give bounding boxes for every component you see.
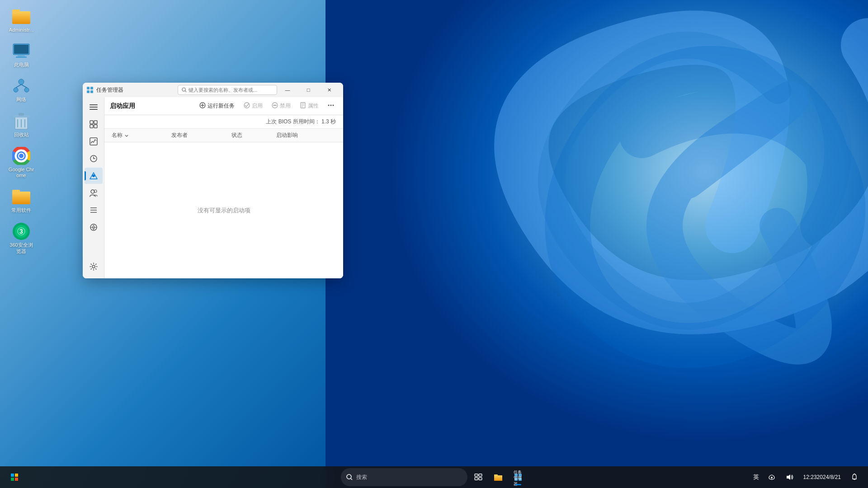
sidebar-item-settings[interactable]: [85, 258, 103, 275]
svg-rect-5: [14, 45, 28, 54]
svg-rect-31: [87, 87, 90, 89]
desktop-icon-this-pc[interactable]: 此电脑: [5, 39, 38, 70]
sidebar-item-users[interactable]: [85, 185, 103, 201]
taskbar-file-explorer-button[interactable]: [489, 468, 507, 486]
sidebar-item-menu[interactable]: [85, 99, 103, 115]
run-new-task-label: 运行新任务: [208, 102, 235, 110]
properties-icon: [300, 102, 306, 110]
svg-rect-43: [94, 125, 97, 128]
volume-tray-button[interactable]: [782, 468, 798, 486]
svg-rect-40: [90, 121, 93, 124]
svg-point-35: [182, 88, 185, 91]
svg-rect-75: [475, 474, 478, 476]
network-tray-button[interactable]: [764, 468, 780, 486]
window-title-area: 任务管理器: [86, 86, 178, 94]
clock-time: 12:23: [803, 474, 817, 481]
notification-button[interactable]: [846, 468, 863, 486]
chrome-icon: [12, 147, 30, 165]
content-area: 上次 BIOS 所用时间： 1.3 秒 名称 发布者: [104, 115, 343, 278]
sidebar-item-startup[interactable]: [85, 168, 103, 184]
col-impact-label: 启动影响: [276, 131, 298, 139]
col-header-name[interactable]: 名称: [112, 131, 171, 139]
svg-line-11: [16, 84, 21, 88]
properties-label: 属性: [308, 102, 319, 110]
run-new-task-button[interactable]: 运行新任务: [196, 100, 238, 112]
col-name-label: 名称: [112, 131, 123, 139]
svg-point-86: [771, 477, 773, 479]
svg-rect-72: [15, 478, 18, 481]
window-titlebar: 任务管理器 — □ ✕: [83, 83, 343, 97]
more-button[interactable]: [324, 100, 338, 112]
close-button[interactable]: ✕: [319, 83, 340, 97]
bios-time-row: 上次 BIOS 所用时间： 1.3 秒: [104, 115, 343, 129]
enable-icon: [244, 102, 250, 110]
desktop-icon-recycle-bin-label: 回收站: [14, 132, 29, 138]
window-body: 启动应用 运行新任务: [83, 97, 343, 278]
sidebar-bottom: [85, 258, 103, 277]
details-icon: [90, 206, 98, 214]
col-header-status[interactable]: 状态: [231, 131, 276, 139]
sidebar-top: [85, 99, 103, 258]
desktop-icon-chrome[interactable]: Google Chrome: [5, 144, 38, 181]
taskbar: 搜索: [0, 466, 868, 488]
desktop-icon-network[interactable]: 网络: [5, 74, 38, 105]
svg-point-89: [854, 474, 855, 474]
taskbar-task-view-button[interactable]: [469, 468, 487, 486]
minimize-button[interactable]: —: [277, 83, 298, 97]
run-icon: [199, 102, 206, 110]
desktop-icon-common-software[interactable]: 常用软件: [5, 185, 38, 216]
desktop-icon-administrator[interactable]: Administr...: [5, 5, 38, 36]
svg-rect-42: [90, 125, 93, 128]
properties-button[interactable]: 属性: [296, 100, 322, 112]
enable-button[interactable]: 启用: [240, 100, 266, 112]
volume-tray-icon: [786, 474, 793, 480]
file-explorer-icon: [494, 473, 503, 481]
clock[interactable]: 12:23 2024/8/21: [800, 468, 844, 486]
bios-time-value: 1.3 秒: [321, 118, 336, 126]
svg-rect-76: [479, 474, 482, 476]
empty-message-text: 没有可显示的启动项: [198, 206, 250, 215]
svg-rect-26: [12, 190, 20, 193]
start-button[interactable]: [5, 468, 24, 486]
taskbar-search-button[interactable]: 搜索: [341, 468, 467, 486]
col-header-impact[interactable]: 启动影响: [276, 131, 336, 139]
services-icon: [90, 223, 98, 231]
sidebar-item-history[interactable]: [85, 150, 103, 167]
sidebar-item-details[interactable]: [85, 202, 103, 218]
col-header-publisher[interactable]: 发布者: [171, 131, 231, 139]
desktop-icon-360browser[interactable]: 3 360安全浏览器: [5, 220, 38, 257]
sidebar-item-performance[interactable]: [85, 133, 103, 150]
network-tray-icon: [768, 474, 775, 480]
desktop-icon-recycle-bin[interactable]: 回收站: [5, 109, 38, 141]
search-input[interactable]: [189, 87, 273, 93]
recycle-bin-icon: [12, 112, 30, 130]
sidebar-item-processes[interactable]: [85, 116, 103, 132]
svg-rect-7: [16, 56, 27, 58]
svg-point-10: [24, 88, 29, 92]
svg-rect-77: [475, 478, 478, 480]
folder-icon: [12, 7, 30, 25]
window-controls: — □ ✕: [277, 83, 340, 97]
svg-rect-3: [12, 9, 20, 13]
taskbar-task-manager-button[interactable]: 任务管理器: [509, 468, 527, 486]
svg-rect-44: [90, 138, 97, 145]
svg-rect-32: [90, 87, 93, 89]
svg-rect-6: [18, 55, 25, 56]
toolbar-actions: 运行新任务 启用: [196, 100, 338, 112]
disable-label: 禁用: [280, 102, 291, 110]
system-tray: 英: [750, 468, 863, 486]
language-indicator[interactable]: 英: [750, 468, 762, 486]
svg-line-12: [21, 84, 27, 88]
sidebar-item-services[interactable]: [85, 219, 103, 235]
svg-point-66: [328, 105, 330, 106]
disable-button[interactable]: 禁用: [268, 100, 294, 112]
startup-icon: [90, 172, 98, 180]
settings-icon: [90, 263, 98, 271]
taskbar-left: [5, 468, 24, 486]
language-text: 英: [753, 473, 759, 481]
bios-time-label: 上次 BIOS 所用时间：: [266, 118, 320, 126]
taskbar-task-manager-label: 任务管理器: [514, 469, 523, 487]
main-content: 启动应用 运行新任务: [104, 97, 343, 278]
window-search-box[interactable]: [178, 85, 277, 95]
maximize-button[interactable]: □: [298, 83, 319, 97]
